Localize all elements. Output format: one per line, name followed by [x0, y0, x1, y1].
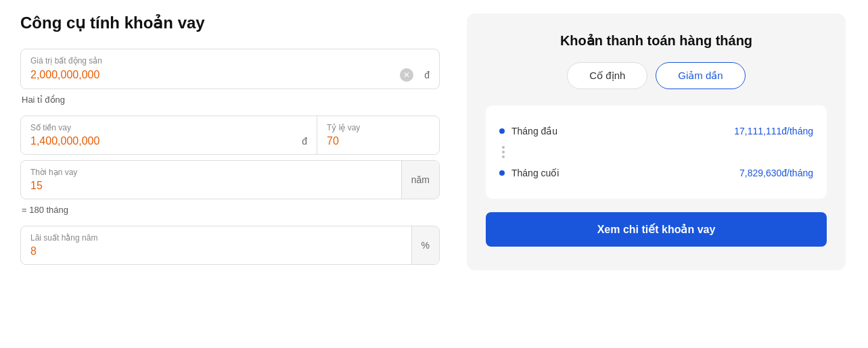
first-month-label-container: Tháng đầu	[499, 126, 557, 136]
loan-ratio-group: Tỷ lệ vay %	[317, 116, 439, 154]
right-panel: Khoản thanh toán hàng tháng Cố định Giảm…	[467, 14, 846, 270]
interest-rate-row	[30, 245, 402, 257]
loan-term-subtext: = 180 tháng	[20, 205, 440, 215]
property-value-input[interactable]	[30, 69, 400, 81]
interest-rate-inner: Lãi suất hằng năm	[21, 226, 411, 264]
loan-term-inner: Thời hạn vay	[21, 161, 401, 199]
last-month-row: Tháng cuối 7,829,630đ/tháng	[499, 161, 813, 185]
interest-rate-label: Lãi suất hằng năm	[30, 233, 402, 243]
last-month-label-container: Tháng cuối	[499, 168, 559, 178]
loan-term-unit-badge: năm	[401, 161, 439, 199]
last-month-dot	[499, 170, 505, 176]
property-value-unit: đ	[424, 70, 430, 80]
clear-icon[interactable]: ✕	[400, 68, 413, 82]
first-month-value: 17,111,111đ/tháng	[734, 126, 813, 136]
loan-term-row	[30, 180, 392, 192]
divider-dot-2	[502, 151, 505, 153]
loan-amount-row: đ	[30, 135, 307, 147]
tab-giam-dan[interactable]: Giảm dần	[656, 62, 745, 89]
interest-rate-unit-badge: %	[411, 226, 439, 264]
cta-button[interactable]: Xem chi tiết khoản vay	[486, 212, 827, 247]
divider-dot-1	[502, 146, 505, 149]
results-card: Tháng đầu 17,111,111đ/tháng Tháng cuối 7…	[486, 105, 827, 199]
loan-ratio-row: %	[327, 135, 430, 147]
interest-rate-group: Lãi suất hằng năm %	[20, 226, 440, 265]
loan-amount-ratio-group: Số tiền vay đ Tỷ lệ vay %	[20, 116, 440, 155]
loan-term-label: Thời hạn vay	[30, 168, 392, 177]
last-month-label: Tháng cuối	[511, 168, 559, 178]
loan-amount-input[interactable]	[30, 135, 296, 147]
property-value-label: Giá trị bất động sản	[30, 56, 430, 66]
first-month-row: Tháng đầu 17,111,111đ/tháng	[499, 119, 813, 143]
divider-dots	[499, 143, 813, 161]
loan-term-input[interactable]	[30, 180, 392, 192]
loan-ratio-label: Tỷ lệ vay	[327, 123, 430, 132]
loan-ratio-input[interactable]	[327, 135, 440, 147]
right-panel-title: Khoản thanh toán hàng tháng	[486, 32, 827, 49]
property-value-subtext: Hai tỉ đồng	[20, 95, 440, 105]
interest-rate-input[interactable]	[30, 245, 402, 257]
last-month-value: 7,829,630đ/tháng	[739, 168, 813, 178]
page-title: Công cụ tính khoản vay	[20, 14, 440, 32]
left-panel: Công cụ tính khoản vay Giá trị bất động …	[20, 14, 440, 270]
divider-dot-3	[502, 155, 505, 158]
first-month-label: Tháng đầu	[511, 126, 557, 136]
property-value-row: ✕ đ	[30, 68, 430, 82]
loan-amount-group: Số tiền vay đ	[21, 116, 317, 154]
tab-co-dinh[interactable]: Cố định	[567, 62, 647, 89]
main-layout: Công cụ tính khoản vay Giá trị bất động …	[20, 14, 846, 270]
property-value-group: Giá trị bất động sản ✕ đ	[20, 49, 440, 89]
loan-term-group: Thời hạn vay năm	[20, 160, 440, 199]
first-month-dot	[499, 128, 505, 134]
loan-amount-unit: đ	[302, 136, 307, 147]
loan-amount-label: Số tiền vay	[30, 123, 307, 132]
toggle-group: Cố định Giảm dần	[486, 62, 827, 89]
